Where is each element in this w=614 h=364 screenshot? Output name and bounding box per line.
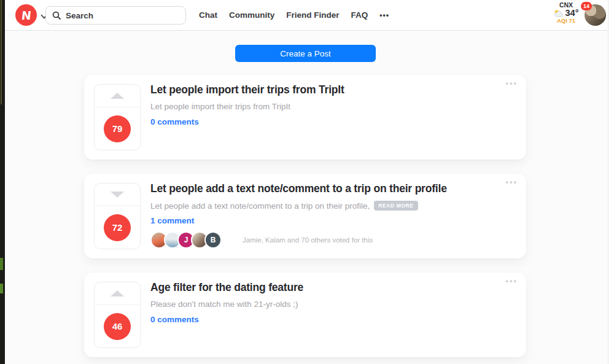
app-screen: N Chat Community Friend Finder FAQ ••• C… [0,0,614,364]
background-window-fragment [0,284,3,293]
vote-count: 72 [104,214,131,241]
scrollbar-track[interactable] [608,0,614,364]
voter-avatar: B [204,231,222,249]
create-post-button[interactable]: Create a Post [235,45,376,62]
search-icon [52,11,61,20]
post-excerpt-text: Please don't match me with 21-yr-olds ;) [150,300,298,309]
post-excerpt-text: Let people add a text note/comment to a … [150,201,370,211]
vote-box: 79 [94,84,141,150]
arrow-up-icon [111,290,124,296]
vote-box: 46 [94,282,141,348]
comments-link[interactable]: 1 comment [150,216,194,225]
nav-item-faq[interactable]: FAQ [351,10,368,20]
post-title[interactable]: Let people add a text note/comment to a … [150,182,447,195]
read-more-badge[interactable]: READ MORE [374,201,418,211]
downvote-button[interactable] [95,184,140,206]
logo-n-icon: N [20,9,31,22]
background-window-edge [0,0,5,364]
post-title[interactable]: Age filter for the dating feature [150,281,303,294]
post-card: 79 Let people import their trips from Tr… [84,75,526,160]
arrow-up-icon [111,93,124,99]
post-excerpt-text: Let people import their trips from TripI… [150,102,290,111]
weather-temperature: 34° [565,9,579,18]
upvote-button[interactable] [95,85,140,107]
nav-item-chat[interactable]: Chat [199,10,217,20]
voter-avatars: J B [150,231,218,249]
vote-count: 46 [104,313,131,340]
top-navbar: N Chat Community Friend Finder FAQ ••• C… [5,0,608,31]
voters-summary: Jamie, Kalam and 70 others voted for thi… [243,236,373,244]
arrow-down-icon [111,192,124,198]
comments-link[interactable]: 0 comments [150,117,199,126]
search-box[interactable] [45,6,186,25]
search-input[interactable] [66,11,179,20]
more-options-icon[interactable]: ••• [505,177,518,187]
background-window-fragment [0,258,3,270]
post-title[interactable]: Let people import their trips from TripI… [150,83,344,96]
post-excerpt: Let people import their trips from TripI… [150,102,290,111]
post-excerpt: Please don't match me with 21-yr-olds ;) [150,300,298,309]
vote-box: 72 [94,183,141,249]
comments-link[interactable]: 0 comments [150,315,199,324]
primary-nav: Chat Community Friend Finder FAQ ••• [199,0,389,30]
post-card: 46 Age filter for the dating feature Ple… [84,273,526,357]
more-options-icon[interactable]: ••• [505,79,518,88]
more-options-icon[interactable]: ••• [505,276,518,285]
partly-cloudy-icon [554,9,564,17]
notification-badge: 14 [581,2,592,10]
post-excerpt: Let people add a text note/comment to a … [150,201,418,211]
vote-count-area: 46 [95,305,140,347]
weather-widget: CNX 34° AQI 71 [550,2,582,24]
nav-item-community[interactable]: Community [229,10,274,20]
nav-item-friend-finder[interactable]: Friend Finder [286,10,339,20]
vote-count: 79 [104,115,131,142]
vote-count-area: 72 [95,206,140,249]
upvote-button[interactable] [95,282,140,305]
background-window-fragment [1,0,2,104]
nav-more-icon[interactable]: ••• [379,11,389,20]
user-avatar[interactable]: 14 [585,4,606,26]
weather-aqi: AQI 71 [550,18,582,24]
app-logo[interactable]: N [15,4,37,26]
post-card: 72 Let people add a text note/comment to… [84,174,526,258]
vote-count-area: 79 [95,107,140,150]
